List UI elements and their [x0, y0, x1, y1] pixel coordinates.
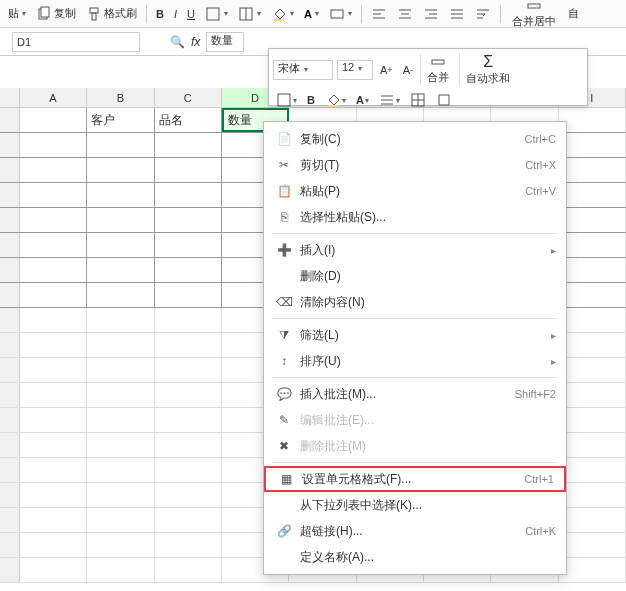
cell[interactable]	[155, 533, 222, 557]
cell[interactable]	[87, 358, 154, 382]
cell[interactable]	[20, 358, 87, 382]
menu-clear[interactable]: ⌫清除内容(N)	[264, 289, 566, 315]
row-header[interactable]	[0, 158, 20, 182]
cell[interactable]	[155, 408, 222, 432]
cell[interactable]	[559, 408, 626, 432]
menu-delete[interactable]: 删除(D)	[264, 263, 566, 289]
autosum-button[interactable]: Σ自动求和	[459, 53, 516, 86]
name-box[interactable]: D1	[12, 32, 140, 52]
col-header-a[interactable]: A	[20, 88, 87, 107]
menu-insert-comment[interactable]: 💬插入批注(M)...Shift+F2	[264, 381, 566, 407]
border-mini-button[interactable]: ▾	[273, 90, 300, 110]
cell[interactable]	[155, 283, 222, 307]
row-header[interactable]	[0, 183, 20, 207]
menu-insert[interactable]: ➕插入(I)▸	[264, 237, 566, 263]
italic-button[interactable]: I	[170, 6, 181, 22]
cell[interactable]	[559, 258, 626, 282]
row-header[interactable]	[0, 383, 20, 407]
cell[interactable]	[155, 558, 222, 582]
paste-button[interactable]: 贴▾	[4, 4, 30, 23]
cell[interactable]	[20, 283, 87, 307]
cell[interactable]	[155, 508, 222, 532]
menu-paste-special[interactable]: ⎘选择性粘贴(S)...	[264, 204, 566, 230]
cell[interactable]	[155, 383, 222, 407]
row-header[interactable]	[0, 408, 20, 432]
cell[interactable]	[559, 558, 626, 582]
row-header[interactable]	[0, 208, 20, 232]
bold-mini-button[interactable]: B	[304, 92, 318, 108]
zoom-icon[interactable]: 🔍	[170, 35, 185, 49]
cell[interactable]	[559, 458, 626, 482]
increase-font-button[interactable]: A+	[377, 62, 396, 78]
row-header[interactable]	[0, 483, 20, 507]
corner-cell[interactable]	[0, 88, 20, 107]
menu-delete-comment[interactable]: ✖删除批注(M)	[264, 433, 566, 459]
row-header[interactable]	[0, 508, 20, 532]
cell[interactable]: 品名	[155, 108, 222, 132]
cell[interactable]	[155, 483, 222, 507]
cell[interactable]	[20, 183, 87, 207]
wrap-button[interactable]	[471, 4, 495, 24]
col-header-c[interactable]: C	[155, 88, 222, 107]
cell[interactable]	[87, 558, 154, 582]
cell[interactable]	[155, 233, 222, 257]
cell[interactable]	[559, 333, 626, 357]
size-select[interactable]: 12 ▾	[337, 60, 373, 80]
cell[interactable]	[155, 433, 222, 457]
format-mini-button[interactable]	[407, 90, 429, 110]
cell[interactable]	[87, 458, 154, 482]
cell[interactable]	[20, 433, 87, 457]
cell[interactable]	[87, 533, 154, 557]
bold-button[interactable]: B	[152, 6, 168, 22]
style-button[interactable]: ▾	[325, 4, 356, 24]
row-header[interactable]	[0, 358, 20, 382]
auto-button[interactable]: 自	[564, 4, 583, 23]
cell[interactable]	[20, 133, 87, 157]
cell[interactable]	[87, 183, 154, 207]
cell[interactable]	[155, 158, 222, 182]
cell[interactable]	[87, 333, 154, 357]
cell[interactable]	[20, 233, 87, 257]
cell[interactable]	[559, 183, 626, 207]
cell[interactable]	[559, 358, 626, 382]
row-header[interactable]	[0, 433, 20, 457]
cell[interactable]	[20, 308, 87, 332]
menu-filter[interactable]: ⧩筛选(L)▸	[264, 322, 566, 348]
cell[interactable]	[87, 133, 154, 157]
underline-button[interactable]: U	[183, 6, 199, 22]
menu-copy[interactable]: 📄复制(C)Ctrl+C	[264, 126, 566, 152]
cell[interactable]: 客户	[87, 108, 154, 132]
merge-button[interactable]: 合并	[420, 54, 455, 85]
cell[interactable]	[155, 458, 222, 482]
cell[interactable]	[20, 483, 87, 507]
cell[interactable]	[155, 208, 222, 232]
menu-format-cells[interactable]: ▦设置单元格格式(F)...Ctrl+1	[264, 466, 566, 492]
cell[interactable]	[87, 433, 154, 457]
fill-mini-button[interactable]: ▾	[322, 90, 349, 110]
menu-hyperlink[interactable]: 🔗超链接(H)...Ctrl+K	[264, 518, 566, 544]
row-header[interactable]	[0, 233, 20, 257]
cell[interactable]	[20, 108, 87, 132]
cell[interactable]	[155, 358, 222, 382]
cell[interactable]	[155, 183, 222, 207]
align-mini-button[interactable]: ▾	[376, 90, 403, 110]
row-header[interactable]	[0, 108, 20, 132]
col-header-b[interactable]: B	[87, 88, 154, 107]
cell[interactable]	[559, 483, 626, 507]
cell[interactable]	[155, 308, 222, 332]
row-header[interactable]	[0, 558, 20, 582]
fill-mini2-button[interactable]	[433, 90, 455, 110]
cell[interactable]	[559, 208, 626, 232]
row-header[interactable]	[0, 458, 20, 482]
cell[interactable]	[559, 508, 626, 532]
cell[interactable]	[559, 533, 626, 557]
format-painter-button[interactable]: 格式刷	[82, 4, 141, 24]
cell[interactable]	[559, 158, 626, 182]
cell[interactable]	[87, 508, 154, 532]
cell[interactable]	[559, 283, 626, 307]
cell[interactable]	[559, 108, 626, 132]
cell[interactable]	[87, 283, 154, 307]
cell[interactable]	[20, 333, 87, 357]
font-select[interactable]: 宋体 ▾	[273, 60, 333, 80]
menu-pick-list[interactable]: 从下拉列表中选择(K)...	[264, 492, 566, 518]
